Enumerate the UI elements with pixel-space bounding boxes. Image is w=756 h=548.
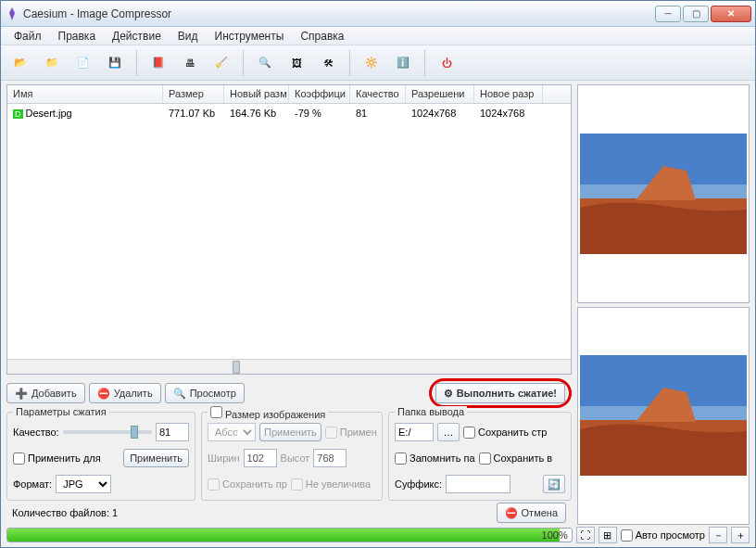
menu-help[interactable]: Справка [293, 28, 351, 45]
menu-edit[interactable]: Правка [51, 28, 104, 45]
preview-button[interactable]: 🔍Просмотр [165, 383, 245, 403]
output-group: Папка вывода … Сохранить стр Запомнить п… [388, 412, 572, 501]
zoom-icon[interactable]: 🔍 [251, 49, 279, 77]
document-icon[interactable]: 📄 [69, 49, 97, 77]
col-quality[interactable]: Качество [350, 85, 406, 103]
app-icon [5, 6, 19, 21]
format-label: Формат: [13, 478, 52, 490]
quality-input[interactable] [156, 423, 189, 441]
menu-action[interactable]: Действие [105, 28, 169, 45]
maximize-button[interactable]: ▢ [683, 6, 709, 22]
apply-quality-button[interactable]: Применить [123, 449, 189, 467]
progress-bar: 100% [6, 528, 573, 542]
width-input [244, 449, 277, 467]
quality-label: Качество: [13, 427, 59, 438]
menubar: Файл Правка Действие Вид Инструменты Спр… [1, 27, 755, 45]
zoom-fit-button[interactable]: ⛶ [576, 527, 595, 543]
resize-group: Размер изображения Абсолн Применить Прим… [201, 412, 383, 501]
file-count-label: Количество файлов: 1 [12, 507, 118, 518]
menu-tools[interactable]: Инструменты [208, 28, 292, 45]
add-button[interactable]: ➕Добавить [6, 383, 85, 403]
suffix-label: Суффикс: [395, 478, 442, 490]
gear-icon: ⚙ [444, 388, 453, 400]
horizontal-scrollbar[interactable] [7, 359, 571, 374]
save-icon[interactable]: 💾 [101, 49, 129, 77]
format-select[interactable]: JPG [56, 475, 111, 493]
minimize-button[interactable]: ─ [655, 6, 681, 22]
list-header: Имя Размер Новый разм Коэффици Качество … [7, 85, 571, 104]
zoom-out-button[interactable]: － [709, 527, 727, 543]
window-title: Caesium - Image Compressor [23, 7, 655, 20]
reload-button[interactable]: 🔄 [543, 475, 565, 493]
quality-slider[interactable] [63, 430, 152, 434]
col-newres[interactable]: Новое разр [474, 85, 543, 103]
open-file-icon[interactable]: 📂 [6, 49, 34, 77]
remove-doc-icon[interactable]: 📕 [145, 49, 172, 77]
resize-apply-checkbox [325, 427, 337, 439]
list-row[interactable]: DDesert.jpg 771.07 Kb 164.76 Kb -79 % 81… [7, 104, 571, 122]
resize-mode-select: Абсолн [208, 423, 256, 441]
keep-struct-checkbox[interactable] [463, 427, 475, 439]
minus-icon: ⛔ [97, 388, 110, 400]
output-path-input[interactable] [395, 423, 434, 441]
clear-icon[interactable]: 🧹 [208, 49, 235, 77]
cancel-button[interactable]: ⛔Отмена [497, 503, 566, 523]
eye-icon: 🔍 [173, 388, 186, 400]
open-folder-icon[interactable]: 📁 [38, 49, 66, 77]
toolbar: 📂 📁 📄 💾 📕 🖶 🧹 🔍 🖼 🛠 🔆 ℹ️ ⏻ [1, 45, 755, 81]
plus-icon: ➕ [15, 388, 28, 400]
menu-view[interactable]: Вид [170, 28, 206, 45]
compress-button[interactable]: ⚙Выполнить сжатие! [435, 383, 565, 403]
height-input [313, 449, 346, 467]
browse-button[interactable]: … [437, 423, 460, 441]
compression-group: Параметры сжатия Качество: Применить для… [6, 412, 195, 501]
compress-highlight: ⚙Выполнить сжатие! [429, 378, 572, 408]
desert-image-icon [578, 134, 749, 254]
resize-enable-checkbox[interactable] [210, 406, 222, 418]
col-ratio[interactable]: Коэффици [289, 85, 350, 103]
col-name[interactable]: Имя [7, 85, 163, 103]
col-res[interactable]: Разрешени [406, 85, 474, 103]
picture-icon[interactable]: 🖼 [283, 49, 310, 77]
info-icon[interactable]: ℹ️ [389, 49, 417, 77]
suffix-input[interactable] [446, 475, 510, 493]
keep-aspect-checkbox [208, 478, 220, 491]
col-size[interactable]: Размер [163, 85, 224, 103]
settings-icon[interactable]: 🛠 [314, 49, 342, 77]
save-in-checkbox[interactable] [479, 452, 491, 465]
preview-compressed [577, 307, 750, 526]
sun-icon[interactable]: 🔆 [358, 49, 385, 77]
remove-button[interactable]: ⛔Удалить [89, 383, 161, 403]
no-enlarge-checkbox [291, 478, 303, 491]
menu-file[interactable]: Файл [6, 28, 49, 45]
file-list[interactable]: Имя Размер Новый разм Коэффици Качество … [6, 84, 572, 375]
same-quality-checkbox[interactable] [13, 452, 25, 465]
zoom-original-button[interactable]: ⊞ [598, 527, 617, 543]
col-newsize[interactable]: Новый разм [224, 85, 289, 103]
remember-checkbox[interactable] [395, 452, 407, 465]
desert-image-icon [578, 355, 749, 476]
auto-preview-checkbox[interactable] [621, 529, 633, 542]
resize-apply-button: Применить [259, 423, 321, 441]
power-icon[interactable]: ⏻ [433, 49, 460, 77]
close-button[interactable]: ✕ [711, 6, 751, 22]
titlebar: Caesium - Image Compressor ─ ▢ ✕ [1, 1, 755, 27]
zoom-in-button[interactable]: ＋ [731, 527, 750, 543]
preview-original [577, 84, 750, 303]
print-icon[interactable]: 🖶 [176, 49, 204, 77]
